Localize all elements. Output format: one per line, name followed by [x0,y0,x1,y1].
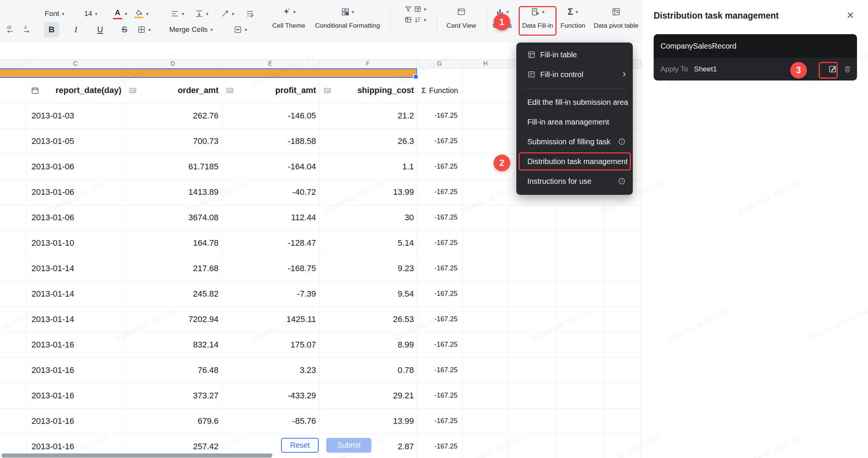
font-size-select[interactable]: 14 ▾ [84,6,97,21]
cell-shipping-cost[interactable]: 13.99 [319,408,417,434]
cell-profit-amt[interactable]: 175.07 [222,332,319,357]
conditional-formatting-button[interactable]: ▾ Conditional Formatting [303,3,392,30]
card-view-button[interactable]: Card View [439,3,484,30]
cell-function[interactable]: -167.25 [417,281,462,306]
table-row[interactable]: 2013-01-063674.08112.4430-167.25 [0,205,641,231]
cell-profit-amt[interactable]: 1425.11 [222,306,319,332]
table-row[interactable]: 2013-01-14245.82-7.399.54-167.25 [0,281,641,307]
cell-report-date[interactable]: 2013-01-14 [27,281,124,306]
text-rotation-button[interactable]: ▾ [221,6,234,21]
font-family-select[interactable]: Font ▾ [45,6,64,21]
cell-function[interactable]: -167.25 [417,306,462,332]
horizontal-align-button[interactable]: ▾ [171,6,184,21]
cell-shipping-cost[interactable]: 26.3 [319,128,417,154]
cell-report-date[interactable]: 2013-01-14 [27,306,124,332]
cell-shipping-cost[interactable]: 13.99 [319,179,417,205]
submit-button[interactable]: Submit [326,438,371,453]
increase-decimal-icon[interactable]: .0 [21,22,32,37]
cell-function[interactable]: -167.25 [417,154,462,179]
cell-report-date[interactable]: 2013-01-16 [27,383,124,408]
cell-report-date[interactable]: 2013-01-16 [27,332,124,357]
underline-button[interactable]: U [93,22,108,37]
cell-report-date[interactable]: 2013-01-06 [27,154,124,179]
cell-order-amt[interactable]: 1413.89 [124,179,222,205]
cell-shipping-cost[interactable]: 29.21 [319,383,417,408]
cell-function[interactable]: -167.25 [417,128,462,154]
menu-item-submission-of-filling-task[interactable]: Submission of filling task [516,132,633,152]
table-row[interactable]: 2013-01-16679.6-85.7613.99-167.25 [0,408,641,434]
cell-function[interactable]: -167.25 [417,179,462,205]
fill-color-button[interactable]: ▾ [134,6,149,21]
cell-function[interactable]: -167.25 [417,434,462,458]
merge-type-button[interactable]: ▾ [234,22,247,37]
cell-function[interactable]: -167.25 [417,230,462,256]
table-row[interactable]: 2013-01-1676.483.230.78-167.25 [0,357,641,383]
strikethrough-button[interactable]: S [117,22,132,37]
cell-shipping-cost[interactable]: 0.78 [319,357,417,383]
cell-profit-amt[interactable]: -433.29 [222,383,319,408]
cell-report-date[interactable]: 2013-01-06 [27,179,124,205]
cell-function[interactable]: -167.25 [417,103,462,128]
cell-order-amt[interactable]: 217.68 [124,256,222,281]
cell-function[interactable]: -167.25 [417,256,462,281]
cell-order-amt[interactable]: 7202.94 [124,306,222,332]
cell-order-amt[interactable]: 700.73 [124,128,222,154]
cell-report-date[interactable]: 2013-01-10 [27,230,124,256]
table-row[interactable]: 2013-01-16373.27-433.2929.21-167.25 [0,383,641,409]
text-color-button[interactable]: A ▾ [113,6,127,21]
menu-item-instructions-for-use[interactable]: Instructions for use ? [516,171,633,191]
data-pivot-table-button[interactable]: Data pivot table [584,3,648,30]
cell-order-amt[interactable]: 832.14 [124,332,222,357]
cell-report-date[interactable]: 2013-01-06 [27,205,124,230]
cell-profit-amt[interactable]: -188.58 [222,128,319,154]
menu-item-distribution-task-management[interactable]: Distribution task management [516,152,633,171]
cell-order-amt[interactable]: 76.48 [124,357,222,383]
cell-order-amt[interactable]: 679.6 [124,408,222,434]
merge-cells-button[interactable]: Merge Cells ▾ [169,22,213,37]
cell-shipping-cost[interactable]: 1.1 [319,154,417,179]
cell-profit-amt[interactable]: -128.47 [222,230,319,256]
edit-icon[interactable] [828,65,837,74]
menu-item-edit-fill-in-area[interactable]: Edit the fill-in submission area [516,92,633,112]
italic-button[interactable]: I [68,22,83,37]
cell-order-amt[interactable]: 245.82 [124,281,222,306]
filter-freeze-group[interactable]: ▾ ▾ [398,3,432,24]
cell-report-date[interactable]: 2013-01-16 [27,357,124,383]
menu-item-fill-in-table[interactable]: Fill-in table [516,45,633,65]
trash-icon[interactable] [843,65,852,73]
cell-profit-amt[interactable]: -40.72 [222,179,319,205]
cell-shipping-cost[interactable]: 30 [319,205,417,230]
cell-report-date[interactable]: 2013-01-14 [27,256,124,281]
cell-report-date[interactable]: 2013-01-03 [27,103,124,128]
cell-shipping-cost[interactable]: 5.14 [319,230,417,256]
cell-function[interactable]: -167.25 [417,332,462,357]
cell-order-amt[interactable]: 262.76 [124,103,222,128]
menu-item-fill-in-area-management[interactable]: Fill-in area management [516,112,633,132]
menu-item-fill-in-control[interactable]: Fill-in control › [516,65,633,84]
close-icon[interactable]: ✕ [846,10,854,21]
table-row[interactable]: 2013-01-14217.68-168.759.23-167.25 [0,256,641,281]
cell-shipping-cost[interactable]: 9.54 [319,281,417,306]
cell-order-amt[interactable]: 373.27 [124,383,222,408]
bold-button[interactable]: B [44,22,59,37]
cell-shipping-cost[interactable]: 21.2 [319,103,417,128]
cell-function[interactable]: -167.25 [417,383,462,408]
table-row[interactable]: 2013-01-10164.78-128.475.14-167.25 [0,230,641,256]
reset-button[interactable]: Reset [281,438,319,453]
borders-button[interactable]: ▾ [137,22,151,37]
fill-handle[interactable] [413,74,418,79]
vertical-align-button[interactable]: ▾ [195,6,209,21]
cell-profit-amt[interactable]: 112.44 [222,205,319,230]
cell-order-amt[interactable]: 3674.08 [124,205,222,230]
cell-profit-amt[interactable]: -146.05 [222,103,319,128]
cell-function[interactable]: -167.25 [417,357,462,383]
cell-shipping-cost[interactable]: 8.99 [319,332,417,357]
cell-profit-amt[interactable]: -164.04 [222,154,319,179]
cell-function[interactable]: -167.25 [417,408,462,434]
table-row[interactable]: 2013-01-16832.14175.078.99-167.25 [0,332,641,358]
cell-profit-amt[interactable]: -7.39 [222,281,319,306]
cell-shipping-cost[interactable]: 26.53 [319,306,417,332]
cell-function[interactable]: -167.25 [417,205,462,230]
cell-profit-amt[interactable]: 3.23 [222,357,319,383]
table-row[interactable]: 2013-01-147202.941425.1126.53-167.25 [0,306,641,332]
